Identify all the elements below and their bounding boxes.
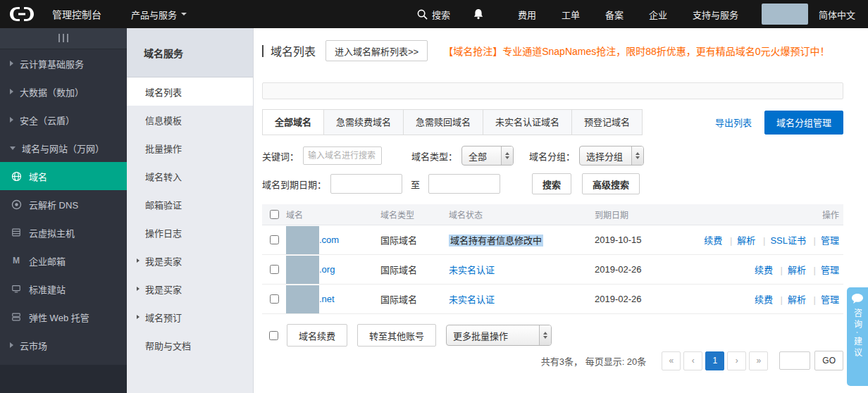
domain-link[interactable]: .com xyxy=(319,235,339,245)
feedback-widget[interactable]: 咨询·建议 xyxy=(847,287,868,386)
alibaba-cloud-logo[interactable] xyxy=(10,7,34,21)
tab-actions: 导出列表 域名分组管理 xyxy=(715,111,843,135)
renew-link[interactable]: 续费 xyxy=(755,265,773,275)
expiry-date: 2019-02-26 xyxy=(595,264,700,275)
domain-link[interactable]: .net xyxy=(319,294,335,304)
expiry-end-input[interactable] xyxy=(428,174,500,194)
sidebar-group-domains-websites[interactable]: 域名与网站（万网） xyxy=(0,134,127,162)
language-switcher[interactable]: 简体中文 xyxy=(819,8,855,21)
domain-status-link[interactable]: 未实名认证 xyxy=(449,294,495,305)
manage-link[interactable]: 管理 xyxy=(809,294,839,305)
row-checkbox[interactable] xyxy=(270,265,279,274)
nav-item-support[interactable]: 支持与服务 xyxy=(693,8,738,21)
submenu-item-batch-operation[interactable]: 批量操作 xyxy=(127,134,253,162)
batch-renew-button[interactable]: 域名续费 xyxy=(287,324,347,347)
keyword-label: 关键词： xyxy=(262,149,299,163)
promo-banner-text[interactable]: 【域名抢注】专业通道SnapNames抢注，限时88折优惠，更有精品域名0元火爆… xyxy=(443,44,829,58)
sidebar-item-label: 域名 xyxy=(29,170,47,183)
filter-row-keyword: 关键词： 域名类型： 全部 域名分组： 选择分组 xyxy=(262,146,843,166)
renew-link[interactable]: 续费 xyxy=(755,294,773,305)
tab-renewal-needed[interactable]: 急需续费域名 xyxy=(324,109,404,135)
chevron-right-icon xyxy=(10,89,13,94)
nav-item-icp-filing[interactable]: 备案 xyxy=(605,8,624,21)
sidebar-item-label: 企业邮箱 xyxy=(29,254,66,268)
row-checkbox[interactable] xyxy=(270,235,279,244)
transfer-account-button[interactable]: 转至其他账号 xyxy=(357,324,436,347)
sidebar-item-label: 云解析 DNS xyxy=(29,198,78,211)
page-jump-input[interactable] xyxy=(779,351,810,370)
nav-item-billing[interactable]: 费用 xyxy=(518,8,536,21)
redacted-domain-block xyxy=(286,226,319,254)
submenu-item-seller[interactable]: 我是卖家 xyxy=(127,247,253,275)
row-checkbox[interactable] xyxy=(270,294,279,304)
enter-dns-list-button[interactable]: 进入域名解析列表>> xyxy=(326,40,428,61)
submenu-item-operation-log[interactable]: 操作日志 xyxy=(127,218,253,247)
tab-redemption-needed[interactable]: 急需赎回域名 xyxy=(404,109,483,135)
nav-item-tickets[interactable]: 工单 xyxy=(562,8,580,21)
more-batch-value: 更多批量操作 xyxy=(453,329,533,342)
sidebar-item-site-builder[interactable]: 标准建站 xyxy=(0,275,127,303)
page-1-button[interactable]: 1 xyxy=(705,351,724,370)
manage-link[interactable]: 管理 xyxy=(809,235,839,246)
last-page-button[interactable]: » xyxy=(749,351,768,370)
select-all-checkbox[interactable] xyxy=(270,210,279,219)
resolve-link[interactable]: 解析 xyxy=(725,235,755,246)
col-header-expiry: 到期日期 xyxy=(595,208,700,220)
sidebar-item-web-hosting[interactable]: 云虚拟主机 xyxy=(0,218,127,247)
submenu-item-buyer[interactable]: 我是买家 xyxy=(127,275,253,303)
sidebar-group-marketplace[interactable]: 云市场 xyxy=(0,331,127,359)
domain-status-link[interactable]: 未实名认证 xyxy=(449,265,495,275)
sidebar-item-elastic-web-hosting[interactable]: 弹性 Web 托管 xyxy=(0,303,127,331)
sidebar-group-cloud-computing[interactable]: 云计算基础服务 xyxy=(0,49,127,77)
more-batch-operations-select[interactable]: 更多批量操作 xyxy=(446,325,552,346)
first-page-button[interactable]: « xyxy=(662,351,681,370)
sidebar-item-domains[interactable]: 域名 xyxy=(0,162,127,190)
expiry-start-input[interactable] xyxy=(330,174,402,194)
domain-group-label: 域名分组： xyxy=(529,149,575,163)
submenu-item-info-template[interactable]: 信息模板 xyxy=(127,106,253,134)
submenu-item-domain-preorder[interactable]: 域名预订 xyxy=(127,303,253,331)
search-button[interactable]: 搜索 xyxy=(417,8,450,21)
nav-item-enterprise[interactable]: 企业 xyxy=(649,8,667,21)
notification-bell-button[interactable] xyxy=(473,8,484,20)
next-page-button[interactable]: › xyxy=(727,351,746,370)
tab-all-domains[interactable]: 全部域名 xyxy=(262,109,324,135)
domain-type-select[interactable]: 全部 xyxy=(461,146,514,166)
sidebar-collapse-button[interactable] xyxy=(0,28,127,49)
prev-page-button[interactable]: ‹ xyxy=(683,351,702,370)
redacted-domain-block xyxy=(286,285,319,313)
manage-link[interactable]: 管理 xyxy=(809,265,839,275)
domain-link[interactable]: .org xyxy=(319,264,335,275)
aliyun-console-screen: 管理控制台 产品与服务 搜索 费用 工单 备案 企业 xyxy=(0,0,868,393)
col-header-type: 域名类型 xyxy=(380,208,449,220)
submenu-item-help-docs[interactable]: 帮助与文档 xyxy=(127,331,253,359)
tab-preregistered[interactable]: 预登记域名 xyxy=(572,109,643,135)
products-menu[interactable]: 产品与服务 xyxy=(131,8,187,21)
sidebar-group-security[interactable]: 安全（云盾） xyxy=(0,106,127,134)
user-avatar[interactable] xyxy=(762,4,808,25)
renew-link[interactable]: 续费 xyxy=(704,235,722,246)
select-all-bottom-checkbox[interactable] xyxy=(269,331,278,340)
tab-unverified[interactable]: 未实名认证域名 xyxy=(483,109,572,135)
sidebar-group-big-data[interactable]: 大数据（数加） xyxy=(0,77,127,106)
search-submit-button[interactable]: 搜索 xyxy=(532,173,571,194)
caret-down-icon xyxy=(181,13,187,15)
domain-group-manage-button[interactable]: 域名分组管理 xyxy=(764,111,843,135)
resolve-link[interactable]: 解析 xyxy=(776,294,806,305)
advanced-search-button[interactable]: 高级搜索 xyxy=(582,173,640,194)
resolve-link[interactable]: 解析 xyxy=(776,265,806,275)
submenu-item-domain-transfer-in[interactable]: 域名转入 xyxy=(127,162,253,190)
chevron-down-icon xyxy=(10,146,16,150)
submenu-item-domain-list[interactable]: 域名列表 xyxy=(127,77,253,106)
products-label: 产品与服务 xyxy=(131,8,177,21)
sidebar-item-cloud-dns[interactable]: 云解析 DNS xyxy=(0,190,127,218)
domain-group-select[interactable]: 选择分组 xyxy=(579,146,644,166)
keyword-input[interactable] xyxy=(303,146,382,165)
title-divider xyxy=(262,45,264,57)
console-home-link[interactable]: 管理控制台 xyxy=(52,7,101,21)
go-button[interactable]: GO xyxy=(814,351,843,370)
sidebar-item-enterprise-mail[interactable]: M 企业邮箱 xyxy=(0,247,127,275)
ssl-cert-link[interactable]: SSL证书 xyxy=(758,235,806,246)
submenu-item-email-verification[interactable]: 邮箱验证 xyxy=(127,190,253,218)
export-list-link[interactable]: 导出列表 xyxy=(715,116,752,129)
